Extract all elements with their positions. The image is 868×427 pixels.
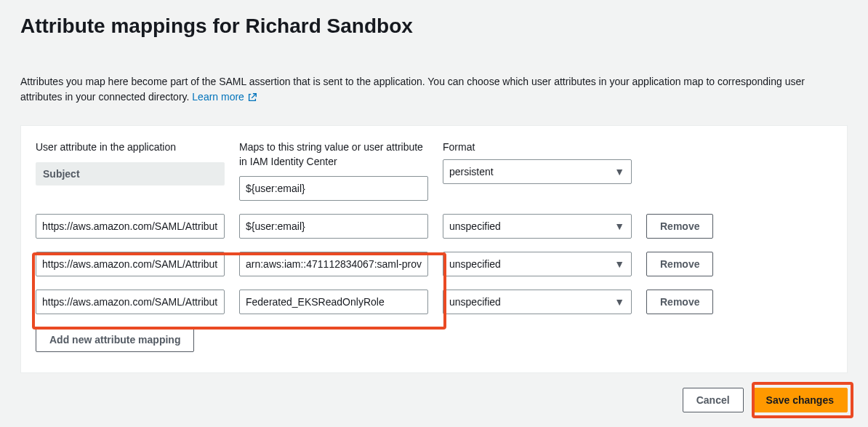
add-mapping-button[interactable]: Add new attribute mapping — [36, 327, 194, 352]
footer-actions: Cancel Save changes — [20, 388, 848, 412]
header-row: User attribute in the application Subjec… — [36, 140, 832, 201]
format-select[interactable] — [443, 252, 632, 276]
cancel-button[interactable]: Cancel — [683, 388, 744, 412]
remove-button[interactable]: Remove — [646, 252, 713, 276]
desc-body: Attributes you map here become part of t… — [20, 76, 805, 103]
attribute-input[interactable] — [36, 252, 225, 276]
attribute-input[interactable] — [36, 214, 225, 239]
subject-field: Subject — [36, 162, 225, 185]
col-label-attribute: User attribute in the application — [36, 140, 225, 155]
mapping-row: ▼ Remove — [36, 290, 832, 314]
col-label-maps-to: Maps to this string value or user attrib… — [239, 140, 428, 169]
attribute-input[interactable] — [36, 290, 225, 314]
maps-to-input[interactable] — [239, 290, 428, 314]
page-title: Attribute mappings for Richard Sandbox — [20, 15, 848, 38]
subject-format-select[interactable] — [443, 159, 632, 184]
maps-to-input[interactable] — [239, 214, 428, 239]
description-text: Attributes you map here become part of t… — [20, 74, 848, 105]
learn-more-label: Learn more — [192, 89, 244, 105]
subject-map-input[interactable] — [239, 176, 428, 201]
remove-button[interactable]: Remove — [646, 214, 713, 239]
learn-more-link[interactable]: Learn more — [192, 89, 257, 105]
col-label-format: Format — [443, 140, 632, 155]
mappings-panel: User attribute in the application Subjec… — [20, 125, 848, 373]
external-link-icon — [247, 92, 257, 103]
format-select[interactable] — [443, 214, 632, 239]
mapping-row: ▼ Remove — [36, 252, 832, 276]
mapping-row: ▼ Remove — [36, 214, 832, 239]
maps-to-input[interactable] — [239, 252, 428, 276]
save-button[interactable]: Save changes — [752, 388, 848, 412]
format-select[interactable] — [443, 290, 632, 314]
remove-button[interactable]: Remove — [646, 290, 713, 314]
